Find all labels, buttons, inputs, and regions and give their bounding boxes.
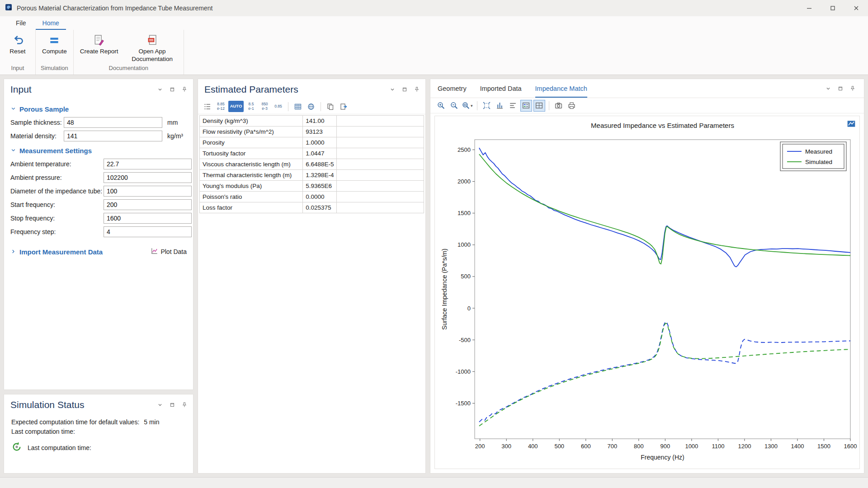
field-row-stop-frequency: Stop frequency:Hz: [10, 213, 187, 224]
svg-text:-1000: -1000: [456, 368, 471, 375]
chevron-down-icon: [10, 105, 16, 113]
field-label: Ambient temperature:: [10, 160, 104, 168]
parameter-name: Density (kg/m^3): [200, 116, 303, 127]
pin-icon[interactable]: [413, 85, 421, 94]
ambient-pressure-input[interactable]: [104, 172, 192, 183]
float-window-icon[interactable]: [836, 84, 844, 93]
parameter-value[interactable]: 1.3298E-4: [303, 170, 337, 181]
print-icon[interactable]: [566, 100, 578, 112]
sample-thickness-input[interactable]: [64, 117, 162, 128]
parameter-name: Tortuosity factor: [200, 148, 303, 159]
float-window-icon[interactable]: [168, 85, 176, 94]
ambient-temperature-input[interactable]: [104, 159, 192, 169]
copy-table-icon[interactable]: [325, 101, 336, 113]
parameter-extra: [337, 127, 424, 137]
field-unit: Hz: [192, 201, 193, 208]
create-report-button[interactable]: Create Report: [76, 32, 122, 63]
chevron-down-icon[interactable]: [824, 84, 832, 93]
stop-frequency-input[interactable]: [104, 213, 192, 224]
svg-text:1000: 1000: [685, 443, 698, 450]
plot-settings-icon[interactable]: [847, 119, 856, 127]
field-row-material-density: Material density:kg/m³: [10, 131, 187, 141]
parameter-extra: [337, 159, 424, 170]
format-button-8-5e-1[interactable]: 8.5e-1: [245, 101, 257, 112]
status-bar: [0, 477, 868, 488]
toolbar-separator: [477, 101, 477, 110]
parameter-value[interactable]: 0.025375: [303, 202, 337, 213]
chevron-down-icon[interactable]: [156, 85, 164, 94]
svg-text:900: 900: [660, 443, 670, 450]
parameter-value[interactable]: 5.9365E6: [303, 181, 337, 192]
section-header-measurement-settings[interactable]: Measurement Settings: [10, 147, 187, 155]
parameter-value[interactable]: 93123: [303, 127, 337, 137]
legend-toggle-icon[interactable]: [520, 100, 532, 112]
svg-text:1000: 1000: [458, 241, 471, 248]
parameter-name: Young's modulus (Pa): [200, 181, 303, 192]
parameter-value[interactable]: 0.0000: [303, 192, 337, 202]
field-unit: Pa: [192, 174, 193, 181]
frequency-step-input[interactable]: [104, 226, 192, 237]
parameter-value[interactable]: 141.00: [303, 116, 337, 127]
impedance-chart[interactable]: Measured Impedance vs Estimated Paramete…: [435, 116, 859, 469]
chevron-down-icon[interactable]: [388, 85, 396, 94]
window-title: Porous Material Characterization from Im…: [17, 5, 212, 12]
zoom-out-icon[interactable]: [448, 100, 460, 112]
parameter-name: Porosity: [200, 137, 303, 148]
pin-icon[interactable]: [849, 84, 857, 93]
format-button-0-85[interactable]: 0.85: [272, 101, 284, 112]
maximize-icon[interactable]: [821, 0, 844, 16]
chart-area: Measured Impedance vs Estimated Paramete…: [434, 116, 860, 469]
app-window: Porous Material Characterization from Im…: [0, 0, 868, 488]
compute-button[interactable]: Compute: [38, 32, 71, 63]
zoom-in-icon[interactable]: [435, 100, 447, 112]
pin-icon[interactable]: [180, 401, 189, 409]
float-window-icon[interactable]: [401, 85, 409, 94]
minimize-icon[interactable]: [797, 0, 821, 16]
material-density-input[interactable]: [64, 131, 162, 141]
field-label: Material density:: [10, 132, 64, 140]
svg-text:200: 200: [475, 443, 485, 450]
start-frequency-input[interactable]: [104, 199, 192, 210]
grid-toggle-icon[interactable]: [533, 100, 545, 112]
tab-geometry[interactable]: Geometry: [438, 79, 467, 98]
section-header-import-measurement-data[interactable]: Import Measurement DataPlot Data: [10, 247, 187, 256]
menu-tab-file[interactable]: File: [9, 16, 33, 30]
reset-button[interactable]: Reset: [3, 32, 33, 63]
svg-text:1500: 1500: [817, 443, 830, 450]
diameter-of-the-impedance-tube-input[interactable]: [104, 186, 192, 197]
export-table-icon[interactable]: [338, 101, 349, 113]
float-window-icon[interactable]: [168, 401, 176, 409]
snapshot-icon[interactable]: [553, 100, 565, 112]
field-row-ambient-pressure: Ambient pressure:Pa: [10, 172, 187, 183]
menu-tab-home[interactable]: Home: [36, 16, 66, 30]
parameter-extra: [337, 170, 424, 181]
parameter-value[interactable]: 1.0000: [303, 137, 337, 148]
chevron-down-icon[interactable]: [156, 401, 164, 409]
tab-impedance-match[interactable]: Impedance Match: [535, 79, 587, 98]
open-app-documentation-button[interactable]: Open App Documentation: [124, 32, 181, 63]
main-area: Input Porous SampleSample thickness:mmMa…: [0, 75, 868, 477]
svg-text:-500: -500: [459, 337, 471, 343]
axis-limits-icon[interactable]: [507, 100, 519, 112]
svg-text:1400: 1400: [791, 443, 804, 450]
zoom-box-icon[interactable]: ▾: [461, 100, 473, 112]
pin-icon[interactable]: [180, 85, 189, 94]
y-axis-data-icon[interactable]: [494, 100, 506, 112]
table-icon[interactable]: [292, 101, 304, 113]
format-button-850e-3[interactable]: 850e-3: [259, 101, 271, 112]
section-header-porous-sample[interactable]: Porous Sample: [10, 105, 187, 113]
x-axis-label: Frequency (Hz): [641, 454, 684, 461]
format-button-8-85e-12[interactable]: 8.85e-12: [215, 101, 227, 112]
input-panel: Input Porous SampleSample thickness:mmMa…: [4, 79, 193, 390]
parameter-value[interactable]: 6.6488E-5: [303, 159, 337, 170]
precision-icon[interactable]: [305, 101, 317, 113]
tab-imported-data[interactable]: Imported Data: [480, 79, 522, 98]
field-label: Diameter of the impedance tube:: [10, 188, 104, 195]
format-button-auto[interactable]: AUTO: [228, 101, 244, 112]
parameter-row-density-kg-m-3: Density (kg/m^3)141.00: [200, 116, 424, 127]
parameter-value[interactable]: 1.0447: [303, 148, 337, 159]
close-icon[interactable]: [844, 0, 868, 16]
plot-data-button[interactable]: Plot Data: [151, 247, 187, 256]
format-list-icon[interactable]: [202, 101, 213, 113]
zoom-extents-icon[interactable]: [481, 100, 493, 112]
